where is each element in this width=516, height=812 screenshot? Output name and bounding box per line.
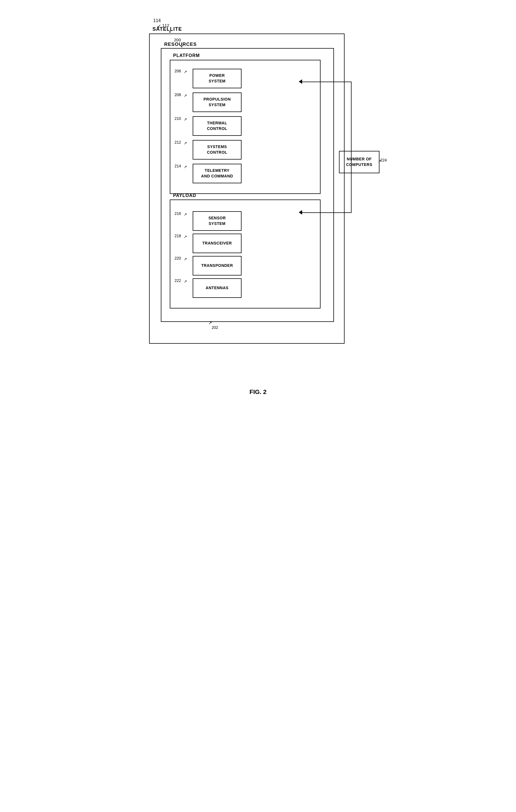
ref-216: 216: [175, 211, 181, 216]
resources-box: RESOURCES 200 ↙ PLATFORM 206 ↗ POWERSYST…: [161, 48, 334, 322]
antennas-box: ANTENNAS: [193, 278, 242, 298]
arrow-222: ↗: [184, 279, 187, 284]
arrow-212: ↗: [184, 141, 187, 145]
arrow-left-bottom: [299, 210, 302, 214]
platform-label: PLATFORM: [173, 53, 200, 58]
arrow-224: ↗: [378, 159, 382, 163]
ref-114: 114: [153, 18, 161, 23]
transceiver-box: TRANSCEIVER: [193, 234, 242, 253]
arrow-206: ↗: [184, 69, 187, 74]
ref-112: 112: [162, 23, 169, 28]
sensor-system-box: SENSORSYSTEM: [193, 211, 242, 231]
arrow-218: ↗: [184, 234, 187, 239]
ref-210: 210: [175, 116, 181, 121]
ref-202: 202: [212, 325, 218, 330]
ref-212: 212: [175, 140, 181, 144]
fig-caption: FIG. 2: [249, 388, 266, 396]
arrow-210: ↗: [184, 117, 187, 121]
transponder-box: TRANSPONDER: [193, 256, 242, 276]
payload-box: PAYLOAD 216 ↗ SENSORSYSTEM 218 ↗ TRANSCE…: [170, 200, 321, 309]
arrow-216: ↗: [184, 212, 187, 216]
diagram-area: 114 ↙ SATELLITE 112 ↙ RESOURCES 200 ↙ PL…: [132, 17, 384, 380]
systems-control-box: SYSTEMSCONTROL: [193, 140, 242, 160]
connector-vertical: [351, 82, 352, 213]
ref-214: 214: [175, 164, 181, 168]
arrow-200: ↙: [180, 43, 184, 48]
arrow-112: ↙: [169, 29, 172, 34]
telemetry-command-box: TELEMETRYAND COMMAND: [193, 164, 242, 183]
arrow-208: ↗: [184, 93, 187, 98]
ref-206: 206: [175, 69, 181, 73]
arrow-left-top: [299, 79, 302, 84]
connector-line-bottom: [300, 212, 352, 213]
num-computers-box: NUMBER OFCOMPUTERS: [339, 151, 380, 173]
page-container: 114 ↙ SATELLITE 112 ↙ RESOURCES 200 ↙ PL…: [129, 6, 387, 412]
thermal-control-box: THERMALCONTROL: [193, 116, 242, 136]
arrow-214: ↗: [184, 165, 187, 169]
ref-220: 220: [175, 256, 181, 260]
ref-218: 218: [175, 234, 181, 238]
propulsion-system-box: PROPULSIONSYSTEM: [193, 92, 242, 112]
satellite-box: SATELLITE 112 ↙ RESOURCES 200 ↙ PLATFORM…: [149, 33, 344, 344]
payload-label: PAYLOAD: [173, 193, 196, 198]
ref-222: 222: [175, 278, 181, 283]
platform-box: PLATFORM 206 ↗ POWERSYSTEM 208 ↗ PROPULS…: [170, 60, 321, 194]
ref-200: 200: [174, 37, 181, 42]
power-system-box: POWERSYSTEM: [193, 69, 242, 88]
ref-208: 208: [175, 92, 181, 97]
connector-line-top: [300, 82, 352, 82]
arrow-220: ↗: [184, 257, 187, 261]
arrow-202: ↗: [208, 320, 212, 325]
